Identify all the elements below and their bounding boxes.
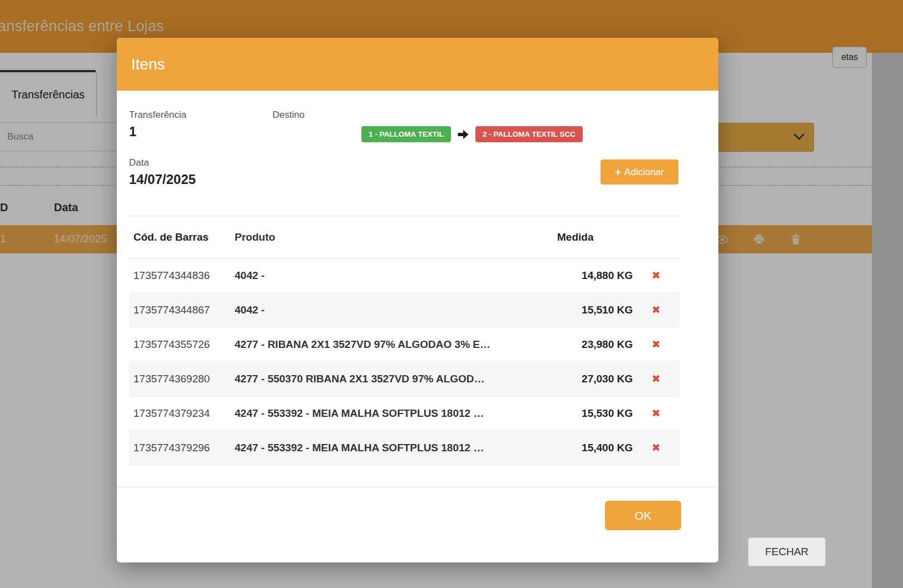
item-barcode: 1735774369280 — [129, 373, 235, 385]
item-barcode: 1735774344867 — [129, 304, 235, 316]
date-value: 14/07/2025 — [129, 172, 196, 187]
transfer-label: Transferência — [129, 109, 186, 121]
transfer-value: 1 — [129, 124, 136, 139]
item-measure: 27,030 KG — [544, 373, 633, 385]
item-product: 4277 - 550370 RIBANA 2X1 3527VD 97% ALGO… — [235, 373, 544, 385]
header-product: Produto — [235, 231, 544, 243]
remove-item-icon[interactable]: ✖ — [652, 407, 661, 420]
item-product: 4247 - 553392 - MEIA MALHA SOFTPLUS 1801… — [235, 442, 544, 454]
remove-item-icon[interactable]: ✖ — [652, 303, 661, 316]
add-item-button[interactable]: + Adicionar — [601, 160, 678, 185]
item-row: 1735774344867 4042 - 15,510 KG ✖ — [129, 293, 679, 327]
item-barcode: 1735774379296 — [129, 442, 235, 454]
destination-label: Destino — [272, 109, 305, 121]
destination-badges: 1 - PALLOMA TEXTIL 2 - PALLOMA TEXTIL SC… — [361, 126, 583, 142]
item-barcode: 1735774379234 — [129, 407, 235, 420]
header-measure: Medida — [544, 231, 633, 243]
item-measure: 15,510 KG — [544, 304, 633, 316]
items-table: Cód. de Barras Produto Medida 1735774344… — [129, 216, 679, 465]
item-barcode: 1735774344836 — [129, 270, 235, 282]
item-product: 4277 - RIBANA 2X1 3527VD 97% ALGODAO 3% … — [235, 338, 544, 351]
modal-title: Itens — [131, 56, 165, 73]
ok-button[interactable]: OK — [605, 501, 681, 530]
item-row: 1735774344836 4042 - 14,880 KG ✖ — [129, 258, 679, 293]
remove-item-icon[interactable]: ✖ — [652, 441, 661, 454]
close-dialog-button[interactable]: FECHAR — [748, 537, 826, 566]
item-row: 1735774379234 4247 - 553392 - MEIA MALHA… — [129, 396, 679, 431]
item-measure: 15,530 KG — [544, 407, 633, 420]
origin-store-badge: 1 - PALLOMA TEXTIL — [361, 126, 451, 142]
remove-item-icon[interactable]: ✖ — [652, 338, 661, 351]
screen: ansferências entre Lojas etas Transferên… — [0, 0, 903, 588]
destination-store-badge: 2 - PALLOMA TEXTIL SCC — [475, 126, 583, 142]
items-modal: Itens Transferência 1 Destino 1 - PALLOM… — [117, 38, 718, 562]
item-product: 4247 - 553392 - MEIA MALHA SOFTPLUS 1801… — [235, 407, 544, 420]
item-measure: 14,880 KG — [544, 270, 633, 282]
item-measure: 15,400 KG — [544, 442, 633, 454]
item-barcode: 1735774355726 — [129, 338, 235, 351]
items-table-header: Cód. de Barras Produto Medida — [129, 216, 679, 258]
remove-item-icon[interactable]: ✖ — [652, 269, 661, 282]
arrow-right-icon — [456, 128, 470, 141]
remove-item-icon[interactable]: ✖ — [652, 372, 661, 385]
item-row: 1735774379296 4247 - 553392 - MEIA MALHA… — [129, 431, 679, 465]
modal-info-section: Transferência 1 Destino 1 - PALLOMA TEXT… — [129, 91, 679, 216]
header-barcode: Cód. de Barras — [129, 231, 235, 243]
item-product: 4042 - — [235, 304, 544, 316]
item-product: 4042 - — [235, 270, 544, 282]
modal-footer: OK — [117, 487, 718, 562]
plus-icon: + — [615, 167, 621, 177]
modal-header: Itens — [117, 38, 718, 91]
item-row: 1735774369280 4277 - 550370 RIBANA 2X1 3… — [129, 362, 679, 396]
item-row: 1735774355726 4277 - RIBANA 2X1 3527VD 9… — [129, 327, 679, 362]
add-item-label: Adicionar — [624, 167, 664, 178]
item-measure: 23,980 KG — [544, 338, 633, 351]
date-label: Data — [129, 157, 149, 168]
